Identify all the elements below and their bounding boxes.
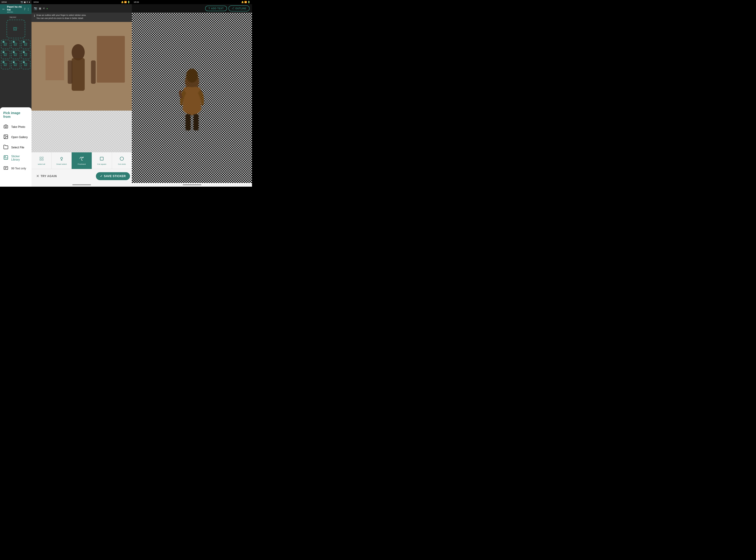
try-again-label: TRY AGAIN (41, 175, 57, 178)
status-bar-mid: 18:04 🔔 📶 🔋 (32, 0, 132, 4)
x-icon: ✕ (36, 174, 39, 178)
smart-select-icon (59, 156, 64, 162)
sticker-slot-3[interactable]: 3 🖼+ (21, 40, 31, 49)
sticker-slot-4[interactable]: 4 🖼+ (1, 50, 10, 59)
slot-icon-5: 🖼+ (14, 53, 18, 57)
save-sticker-label: SAVE STICKER (104, 175, 126, 178)
save-sticker-button[interactable]: ✓ SAVE STICKER (96, 172, 130, 180)
status-icons-mid: 🔔 📶 🔋 (121, 1, 130, 3)
select-all-icon (39, 156, 44, 162)
slot-icon-7: 🖼+ (3, 63, 8, 66)
svg-point-22 (61, 157, 62, 159)
camera-icon (3, 124, 8, 130)
svg-rect-30 (194, 114, 199, 131)
text-only-item[interactable]: 99 Text only (3, 163, 28, 174)
add-text-button[interactable]: T ADD TEXT (205, 6, 227, 11)
sticker-slot-2[interactable]: 2 🖼+ (11, 40, 21, 49)
slot-icon-8: 🖼+ (14, 63, 18, 66)
sticker-slot-8[interactable]: 8 🖼+ (11, 60, 21, 69)
gallery-icon (3, 134, 8, 140)
svg-rect-19 (42, 157, 43, 158)
add-text-label: ADD TEXT (211, 7, 224, 10)
cut-circle-tool[interactable]: Cut circle (112, 152, 132, 169)
sticker-slot-1[interactable]: 1 🖼+ (1, 40, 10, 49)
info-bar: ℹ Draw an outline with your finger to se… (32, 13, 132, 22)
bottom-toolbar: select all Smart select Freehand (32, 152, 132, 169)
slot-num-2: 2 (13, 41, 15, 43)
slot-num-9: 9 (23, 61, 25, 63)
cut-square-tool[interactable]: Cut square (92, 152, 112, 169)
smart-select-label: Smart select (57, 163, 67, 165)
cut-square-label: Cut square (97, 163, 106, 165)
share-button[interactable]: ⤴ (24, 7, 25, 11)
sticker-slot-9[interactable]: 9 🖼+ (21, 60, 31, 69)
svg-rect-3 (4, 156, 8, 160)
tray-add-icon: 🖼+ (13, 26, 18, 32)
svg-rect-20 (40, 159, 41, 160)
text-only-label: 99 Text only (11, 167, 26, 170)
mid-toolbar: 📷 ▣ ✕ ● (32, 4, 132, 13)
status-icons-right: 🔔 📶 🔋 (241, 1, 250, 3)
sticker-slot-7[interactable]: 7 🖼+ (1, 60, 10, 69)
cutout-svg (169, 63, 215, 133)
sticker-library-label: Sticker Library (11, 155, 28, 161)
home-indicator-right (132, 183, 252, 187)
slot-num-5: 5 (13, 51, 15, 53)
text-only-icon (3, 165, 8, 172)
cut-square-icon (99, 156, 104, 162)
svg-rect-21 (42, 159, 43, 160)
slot-icon-1: 🖼+ (3, 42, 8, 46)
file-icon (3, 144, 8, 151)
outline-label: OUTLINE (235, 7, 246, 10)
slot-icon-3: 🖼+ (24, 42, 28, 46)
time-mid: 18:04 (33, 1, 39, 3)
middle-panel: 18:04 🔔 📶 🔋 📷 ▣ ✕ ● ℹ Draw an outline wi… (32, 0, 132, 187)
chat-header: ← Pawri ho rhi hai ak1411 ⤴ ⋮ (0, 4, 32, 14)
slot-icon-9: 🖼+ (24, 63, 28, 66)
slot-num-8: 8 (13, 61, 15, 63)
more-button[interactable]: ⋮ (27, 7, 29, 11)
slot-num-3: 3 (23, 41, 25, 43)
bottom-sheet: Pick image from Take Photo Open Gallery (0, 107, 32, 187)
freehand-label: Freehand (78, 163, 86, 165)
info-icon: ℹ (34, 14, 35, 18)
outline-button[interactable]: OUTLINE (228, 5, 250, 12)
sticker-library-icon (3, 155, 8, 161)
slot-icon-6: 🖼+ (24, 53, 28, 57)
home-bar-mid (72, 184, 91, 185)
outline-icon (232, 7, 235, 10)
select-all-tool[interactable]: select all (32, 152, 52, 169)
toolbar-photo-icon: 📷 (34, 7, 37, 10)
right-panel: 18:04 🔔 📶 🔋 T ADD TEXT OUTLINE (132, 0, 252, 187)
back-button[interactable]: ← (2, 7, 6, 11)
slot-num-1: 1 (2, 41, 5, 43)
svg-rect-26 (100, 157, 103, 160)
photo-svg (32, 22, 132, 111)
slot-icon-4: 🖼+ (3, 53, 8, 57)
smart-select-tool[interactable]: Smart select (52, 152, 72, 169)
tray-main-slot[interactable]: 🖼+ (6, 20, 25, 38)
info-text-line1: Draw an outline with your finger to sele… (36, 14, 86, 17)
chat-title-block: Pawri ho rhi hai ak1411 (7, 5, 23, 13)
action-bar: ✕ TRY AGAIN ✓ SAVE STICKER (32, 169, 132, 183)
toolbar-close-icon[interactable]: ✕ (43, 7, 45, 10)
svg-point-0 (5, 126, 6, 127)
svg-point-4 (5, 156, 5, 157)
sticker-slot-6[interactable]: 6 🖼+ (21, 50, 31, 59)
take-photo-item[interactable]: Take Photo (3, 122, 28, 132)
chat-name: Pawri ho rhi hai (7, 5, 23, 11)
open-gallery-item[interactable]: Open Gallery (3, 132, 28, 142)
freehand-icon (79, 156, 84, 162)
sticker-grid: 1 🖼+ 2 🖼+ 3 🖼+ 4 🖼+ 5 🖼+ 6 🖼+ (1, 40, 31, 69)
sticker-library-item[interactable]: Sticker Library (3, 153, 28, 163)
svg-point-31 (186, 68, 198, 83)
freehand-tool[interactable]: Freehand (72, 152, 92, 169)
select-file-item[interactable]: Select File (3, 142, 28, 153)
slot-num-4: 4 (2, 51, 5, 53)
try-again-button[interactable]: ✕ TRY AGAIN (33, 172, 60, 180)
right-canvas (132, 13, 252, 183)
sticker-slot-5[interactable]: 5 🖼+ (11, 50, 21, 59)
slot-num-6: 6 (23, 51, 25, 53)
svg-rect-18 (40, 157, 41, 158)
canvas-area[interactable] (32, 22, 132, 152)
